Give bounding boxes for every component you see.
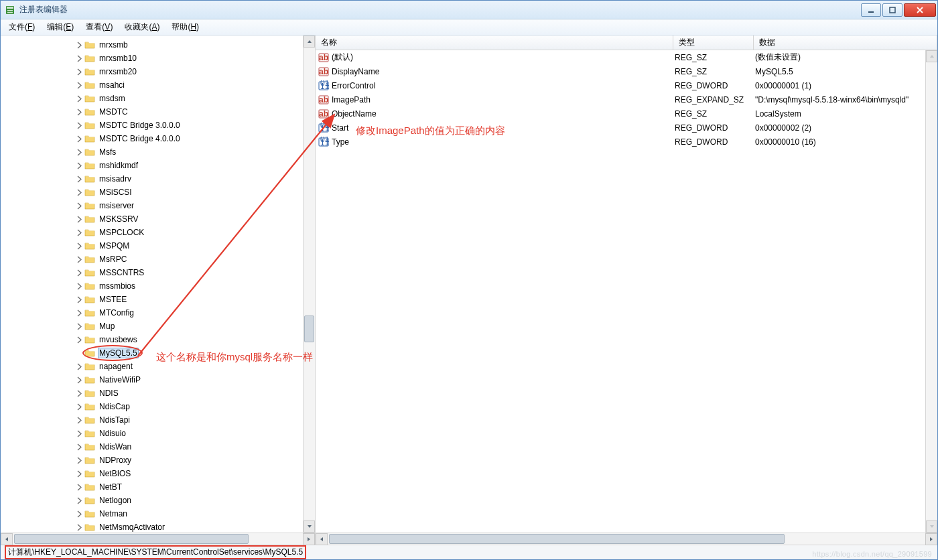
list-horizontal-scrollbar[interactable]	[316, 533, 937, 545]
tree-item[interactable]: MSiSCSI	[1, 186, 303, 199]
list-body[interactable]: (默认)REG_SZ(数值未设置)DisplayNameREG_SZMySQL5…	[316, 50, 925, 533]
tree-item[interactable]: NdisTapi	[1, 413, 303, 427]
tree-item[interactable]: NetMsmqActivator	[1, 520, 303, 533]
tree-vertical-scrollbar[interactable]	[303, 36, 315, 533]
scroll-right-button[interactable]	[303, 533, 315, 545]
tree-horizontal-scrollbar[interactable]	[1, 533, 315, 545]
expand-icon[interactable]	[76, 417, 83, 424]
expand-icon[interactable]	[76, 470, 83, 478]
expand-icon[interactable]	[76, 296, 83, 303]
tree-item[interactable]: NdisWan	[1, 440, 303, 453]
expand-icon[interactable]	[76, 256, 83, 263]
tree-item[interactable]: NetBIOS	[1, 467, 303, 480]
expand-icon[interactable]	[76, 443, 83, 451]
expand-icon[interactable]	[76, 202, 83, 210]
tree-item[interactable]: NdisCap	[1, 400, 303, 413]
expand-icon[interactable]	[76, 162, 83, 169]
scroll-thumb[interactable]	[329, 534, 785, 544]
expand-icon[interactable]	[76, 403, 83, 411]
scroll-left-button[interactable]	[316, 533, 328, 545]
tree-item[interactable]: MySQL5.5	[1, 346, 303, 360]
expand-icon[interactable]	[76, 109, 83, 116]
expand-icon[interactable]	[76, 363, 83, 370]
tree-item[interactable]: mrxsmb20	[1, 65, 303, 78]
value-row[interactable]: StartREG_DWORD0x00000002 (2)	[316, 121, 925, 135]
menu-help[interactable]: 帮助(H)	[166, 20, 204, 34]
tree-item[interactable]: MSPQM	[1, 239, 303, 253]
tree-item[interactable]: MSDTC Bridge 3.0.0.0	[1, 119, 303, 132]
close-button[interactable]	[904, 3, 936, 17]
tree-item[interactable]: napagent	[1, 360, 303, 373]
tree-item[interactable]: MsRPC	[1, 253, 303, 266]
tree-item[interactable]: MSKSSRV	[1, 212, 303, 226]
expand-icon[interactable]	[76, 42, 83, 49]
tree-item[interactable]: MSDTC	[1, 105, 303, 119]
column-name[interactable]: 名称	[316, 36, 673, 50]
expand-icon[interactable]	[76, 176, 83, 183]
expand-icon[interactable]	[76, 189, 83, 196]
value-row[interactable]: ErrorControlREG_DWORD0x00000001 (1)	[316, 78, 925, 92]
scroll-right-button[interactable]	[925, 533, 937, 545]
expand-icon[interactable]	[76, 350, 83, 357]
tree-item[interactable]: msahci	[1, 78, 303, 92]
menu-favorites[interactable]: 收藏夹(A)	[119, 20, 165, 34]
expand-icon[interactable]	[76, 122, 83, 129]
expand-icon[interactable]	[76, 457, 83, 464]
tree-item[interactable]: NetBT	[1, 480, 303, 494]
tree-item[interactable]: mshidkmdf	[1, 159, 303, 172]
scroll-up-button[interactable]	[926, 50, 937, 62]
menu-edit[interactable]: 编辑(E)	[42, 20, 79, 34]
expand-icon[interactable]	[76, 216, 83, 223]
expand-icon[interactable]	[76, 309, 83, 317]
column-data[interactable]: 数据	[754, 36, 937, 50]
expand-icon[interactable]	[76, 376, 83, 384]
expand-icon[interactable]	[76, 242, 83, 250]
menu-view[interactable]: 查看(V)	[80, 20, 118, 34]
tree-item[interactable]: Netman	[1, 507, 303, 520]
expand-icon[interactable]	[76, 336, 83, 344]
expand-icon[interactable]	[76, 229, 83, 236]
tree-item[interactable]: MSTEE	[1, 293, 303, 306]
scroll-left-button[interactable]	[1, 533, 13, 545]
tree-item[interactable]: MSPCLOCK	[1, 226, 303, 239]
scroll-track[interactable]	[926, 62, 937, 520]
expand-icon[interactable]	[76, 497, 83, 504]
tree-item[interactable]: mrxsmb	[1, 38, 303, 52]
tree-item[interactable]: msisadrv	[1, 172, 303, 186]
menu-file[interactable]: 文件(F)	[3, 20, 40, 34]
tree-item[interactable]: NDIS	[1, 387, 303, 400]
tree-item[interactable]: MSSCNTRS	[1, 266, 303, 279]
minimize-button[interactable]	[861, 3, 881, 17]
maximize-button[interactable]	[882, 3, 902, 17]
expand-icon[interactable]	[76, 510, 83, 518]
value-row[interactable]: (默认)REG_SZ(数值未设置)	[316, 50, 925, 64]
tree-item[interactable]: msdsm	[1, 92, 303, 105]
titlebar[interactable]: 注册表编辑器	[1, 1, 937, 19]
tree-scroll[interactable]: mrxsmbmrxsmb10mrxsmb20msahcimsdsmMSDTCMS…	[1, 36, 303, 533]
expand-icon[interactable]	[76, 149, 83, 156]
tree-item[interactable]: MSDTC Bridge 4.0.0.0	[1, 132, 303, 145]
expand-icon[interactable]	[76, 68, 83, 76]
tree-item[interactable]: Ndisuio	[1, 427, 303, 440]
scroll-thumb[interactable]	[14, 534, 249, 544]
expand-icon[interactable]	[76, 135, 83, 143]
scroll-track[interactable]	[304, 48, 315, 520]
value-row[interactable]: TypeREG_DWORD0x00000010 (16)	[316, 135, 925, 149]
column-type[interactable]: 类型	[673, 36, 754, 50]
scroll-down-button[interactable]	[304, 520, 315, 533]
tree-item[interactable]: NativeWifiP	[1, 373, 303, 387]
expand-icon[interactable]	[76, 323, 83, 330]
scroll-up-button[interactable]	[304, 36, 315, 48]
scroll-thumb[interactable]	[304, 316, 314, 342]
tree-item[interactable]: NDProxy	[1, 453, 303, 467]
tree-item[interactable]: mrxsmb10	[1, 52, 303, 65]
expand-icon[interactable]	[76, 484, 83, 491]
list-vertical-scrollbar[interactable]	[925, 50, 937, 533]
tree-item[interactable]: mvusbews	[1, 333, 303, 346]
expand-icon[interactable]	[76, 95, 83, 102]
expand-icon[interactable]	[76, 283, 83, 290]
expand-icon[interactable]	[76, 524, 83, 531]
expand-icon[interactable]	[76, 55, 83, 62]
value-row[interactable]: ObjectNameREG_SZLocalSystem	[316, 107, 925, 121]
tree-item[interactable]: Netlogon	[1, 494, 303, 507]
